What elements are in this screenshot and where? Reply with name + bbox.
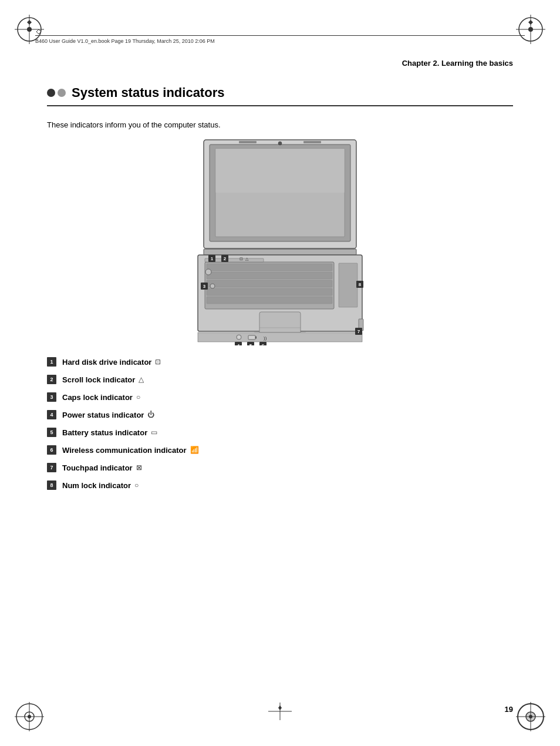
corner-mark-bl: [12, 699, 47, 734]
svg-rect-26: [204, 249, 356, 255]
svg-rect-33: [207, 272, 332, 279]
svg-rect-44: [248, 335, 255, 340]
indicator-item-6: 6 Wireless communication indicator 📶: [47, 445, 513, 455]
svg-text:5: 5: [249, 343, 252, 345]
indicator-label-3: Caps lock indicator: [62, 393, 133, 402]
svg-text:8: 8: [359, 282, 362, 287]
page-number: 19: [505, 705, 513, 714]
svg-text:6: 6: [262, 343, 265, 345]
indicator-num-4: 4: [47, 410, 56, 419]
indicator-icon-2: △: [139, 375, 144, 384]
svg-rect-45: [255, 337, 257, 339]
svg-rect-24: [215, 149, 345, 193]
svg-text:7: 7: [357, 329, 360, 334]
svg-text:1: 1: [211, 256, 214, 261]
file-info-text: B460 User Guide V1.0_en.book Page 19 Thu…: [35, 38, 215, 44]
indicator-num-7: 7: [47, 463, 56, 472]
svg-point-66: [210, 284, 215, 288]
indicator-num-8: 8: [47, 480, 56, 490]
svg-rect-42: [198, 332, 362, 342]
header-bar: B460 User Guide V1.0_en.book Page 19 Thu…: [35, 35, 525, 44]
svg-point-43: [237, 335, 241, 340]
indicator-icon-3: ○: [136, 393, 140, 401]
indicator-num-6: 6: [47, 445, 56, 455]
svg-text:2: 2: [224, 256, 227, 261]
indicator-item-1: 1 Hard disk drive indicator ⊡: [47, 357, 513, 367]
svg-rect-35: [207, 288, 332, 295]
section-dots: [47, 89, 66, 97]
chapter-title: Chapter 2. Learning the basics: [402, 59, 513, 68]
laptop-diagram: lenovo: [168, 134, 392, 345]
indicator-label-5: Battery status indicator: [62, 428, 147, 437]
svg-point-48: [205, 269, 211, 275]
svg-text:4: 4: [237, 343, 240, 345]
indicator-list: 1 Hard disk drive indicator ⊡ 2 Scroll l…: [47, 357, 513, 498]
indicator-item-5: 5 Battery status indicator ▭: [47, 428, 513, 437]
svg-text:⊡: ⊡: [239, 257, 243, 261]
indicator-icon-8: ○: [134, 481, 139, 489]
indicator-item-7: 7 Touchpad indicator ⊠: [47, 463, 513, 472]
indicator-num-5: 5: [47, 428, 56, 437]
svg-rect-28: [239, 141, 257, 143]
indicator-item-3: 3 Caps lock indicator ○: [47, 392, 513, 402]
svg-rect-29: [303, 141, 321, 143]
indicator-item-8: 8 Num lock indicator ○: [47, 480, 513, 490]
dot-dark: [47, 89, 55, 97]
dot-light: [58, 89, 66, 97]
indicator-item-4: 4 Power status indicator ⏻: [47, 410, 513, 419]
corner-mark-br: [513, 699, 548, 734]
svg-rect-34: [207, 280, 332, 287]
indicator-icon-4: ⏻: [147, 411, 154, 419]
indicator-label-8: Num lock indicator: [62, 481, 131, 490]
svg-text:)): )): [264, 335, 267, 341]
svg-marker-4: [27, 20, 32, 25]
svg-rect-37: [339, 263, 357, 307]
svg-marker-10: [528, 20, 533, 25]
svg-marker-71: [278, 705, 282, 710]
bottom-center-mark: [268, 703, 292, 723]
indicator-label-7: Touchpad indicator: [62, 463, 133, 472]
svg-rect-36: [207, 297, 332, 304]
svg-point-27: [278, 142, 282, 145]
indicator-label-2: Scroll lock indicator: [62, 375, 135, 384]
indicator-label-4: Power status indicator: [62, 411, 144, 419]
section-title: System status indicators: [72, 85, 224, 100]
indicator-num-3: 3: [47, 392, 56, 402]
intro-text: These indicators inform you of the compu…: [47, 120, 221, 129]
indicator-label-6: Wireless communication indicator: [62, 446, 187, 455]
section-title-area: System status indicators: [47, 85, 513, 106]
indicator-num-1: 1: [47, 357, 56, 367]
svg-text:3: 3: [203, 284, 206, 289]
indicator-icon-6: 📶: [190, 446, 199, 454]
indicator-icon-5: ▭: [151, 428, 157, 436]
indicator-label-1: Hard disk drive indicator: [62, 358, 151, 367]
indicator-item-2: 2 Scroll lock indicator △: [47, 375, 513, 384]
indicator-icon-7: ⊠: [136, 463, 142, 472]
indicator-icon-1: ⊡: [155, 358, 161, 366]
svg-rect-32: [207, 264, 332, 271]
indicator-num-2: 2: [47, 375, 56, 384]
